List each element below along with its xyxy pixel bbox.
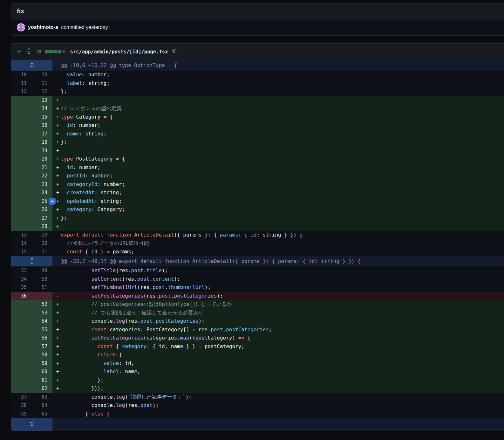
line-number-old[interactable]	[11, 121, 32, 130]
line-number-old[interactable]	[11, 334, 32, 342]
expand-updown-button[interactable]	[11, 256, 52, 266]
collapse-file-button[interactable]	[16, 48, 22, 55]
line-number-new[interactable]: 59	[32, 359, 52, 368]
line-number-new[interactable]: 52	[32, 300, 52, 309]
code-token: label	[67, 80, 82, 86]
line-number-old[interactable]	[11, 351, 32, 359]
code-line: - setPostCategories(res.post.postCategor…	[52, 292, 504, 300]
line-number-old[interactable]	[11, 113, 32, 121]
line-number-old[interactable]	[11, 147, 32, 155]
line-number-new[interactable]: 11	[32, 79, 52, 88]
line-number-old[interactable]: 14	[11, 239, 32, 248]
line-number-new[interactable]: 51	[32, 283, 52, 292]
diffstat-square-added	[53, 50, 57, 53]
line-number-old[interactable]: 15	[11, 248, 32, 256]
line-number-new[interactable]: 27	[32, 214, 52, 223]
line-number-new[interactable]: 55	[32, 326, 52, 334]
line-number-new[interactable]: 16	[32, 121, 52, 130]
line-number-old[interactable]	[11, 155, 32, 163]
line-number-new[interactable]: 18	[32, 138, 52, 147]
line-number-new[interactable]: 60	[32, 368, 52, 376]
line-number-old[interactable]	[11, 138, 32, 147]
line-number-old[interactable]	[11, 130, 32, 138]
code-token: =	[104, 114, 107, 120]
line-number-new[interactable]: 10	[32, 71, 52, 79]
line-number-new[interactable]: 53	[32, 309, 52, 317]
line-number-new[interactable]: 26	[32, 205, 52, 214]
line-number-old[interactable]	[11, 104, 32, 113]
line-number-old[interactable]	[11, 163, 32, 172]
line-number-new[interactable]: 61	[32, 376, 52, 385]
line-number-old[interactable]	[11, 205, 32, 214]
line-number-new[interactable]: 31	[32, 248, 52, 256]
line-number-old[interactable]: 13	[11, 231, 32, 239]
line-number-old[interactable]: 10	[11, 71, 32, 79]
line-number-old[interactable]	[11, 189, 32, 197]
line-number-new[interactable]: 57	[32, 342, 52, 351]
line-number-new[interactable]: 50	[32, 275, 52, 284]
line-number-new[interactable]: 14	[32, 104, 52, 113]
line-number-new[interactable]	[32, 292, 52, 300]
line-number-old[interactable]	[11, 359, 32, 368]
line-number-old[interactable]: 33	[11, 266, 32, 275]
code-token: {	[119, 156, 125, 162]
line-number-old[interactable]: 38	[11, 401, 32, 410]
avatar[interactable]	[17, 23, 25, 31]
line-number-old[interactable]: 37	[11, 393, 32, 402]
line-number-old[interactable]	[11, 96, 32, 105]
code-token: // postCategoriesの型はOptionType[]になっているが	[91, 301, 232, 307]
line-number-new[interactable]: 17	[32, 130, 52, 138]
line-number-new[interactable]: 24	[32, 189, 52, 197]
diff-row-context: 1329export default function ArticleDetai…	[11, 231, 504, 239]
line-number-old[interactable]: 35	[11, 283, 32, 292]
line-number-old[interactable]	[11, 309, 32, 317]
line-number-old[interactable]	[11, 384, 32, 393]
line-number-new[interactable]: 13	[32, 96, 52, 105]
add-comment-button[interactable]: +	[49, 198, 56, 205]
line-number-new[interactable]: 23	[32, 180, 52, 189]
line-number-old[interactable]	[11, 222, 32, 231]
line-number-old[interactable]	[11, 326, 32, 334]
line-number-new[interactable]: 20	[32, 155, 52, 163]
code-token: {	[104, 411, 110, 417]
line-number-new[interactable]: 63	[32, 393, 52, 402]
line-number-new[interactable]: 28	[32, 222, 52, 231]
line-number-new[interactable]: 64	[32, 401, 52, 410]
line-number-new[interactable]: 12	[32, 87, 52, 96]
line-number-old[interactable]	[11, 180, 32, 189]
code-token: ArticleDetail	[134, 232, 174, 238]
code-token: {	[107, 114, 113, 120]
code-token: label	[104, 368, 119, 375]
line-number-old[interactable]: 11	[11, 79, 32, 88]
commit-author[interactable]: yoshimoto-a	[28, 24, 58, 30]
line-number-old[interactable]: 34	[11, 275, 32, 284]
line-number-new[interactable]: 22	[32, 172, 52, 180]
line-number-old[interactable]	[11, 368, 32, 376]
line-number-old[interactable]: 39	[11, 410, 32, 418]
line-number-new[interactable]: 15	[32, 113, 52, 121]
line-number-new[interactable]: 49	[32, 266, 52, 275]
line-number-new[interactable]: 62	[32, 384, 52, 393]
expand-down-button[interactable]	[11, 418, 52, 431]
line-number-old[interactable]	[11, 376, 32, 385]
line-number-old[interactable]: 36	[11, 292, 32, 300]
line-number-old[interactable]	[11, 342, 32, 351]
line-number-new[interactable]: 21	[32, 163, 52, 172]
line-number-new[interactable]: 19	[32, 147, 52, 155]
line-number-new[interactable]: 54	[32, 317, 52, 326]
copy-path-button[interactable]	[171, 48, 178, 56]
line-number-new[interactable]: 29	[32, 231, 52, 239]
line-number-old[interactable]	[11, 214, 32, 223]
file-name[interactable]: src/app/admin/posts/[id]/page.tsx	[70, 49, 168, 55]
line-number-old[interactable]	[11, 317, 32, 326]
expand-up-button[interactable]	[11, 60, 52, 71]
unfold-all-button[interactable]	[25, 47, 32, 56]
line-number-new[interactable]: 58	[32, 351, 52, 359]
line-number-old[interactable]	[11, 172, 32, 180]
line-number-new[interactable]: 30	[32, 239, 52, 248]
line-number-old[interactable]	[11, 197, 32, 206]
line-number-new[interactable]: 65	[32, 410, 52, 418]
line-number-old[interactable]	[11, 300, 32, 309]
line-number-old[interactable]: 12	[11, 87, 32, 96]
line-number-new[interactable]: 56	[32, 334, 52, 342]
